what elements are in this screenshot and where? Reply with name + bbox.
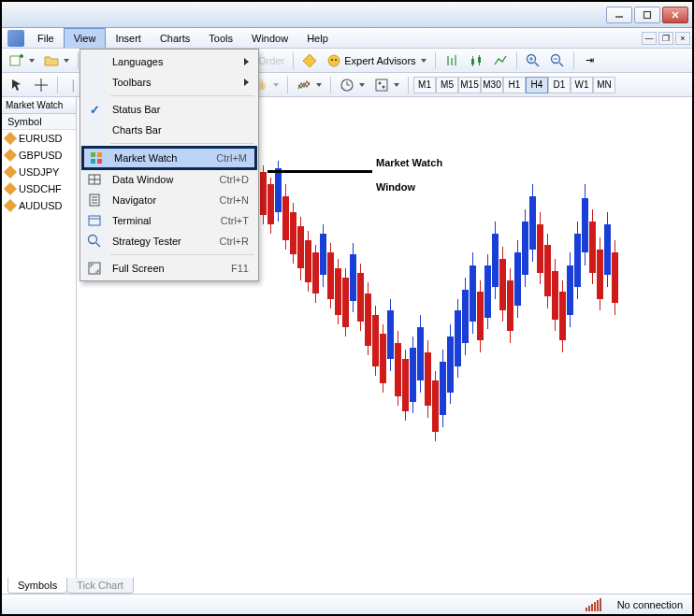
cursor-icon <box>9 78 24 93</box>
shortcut-label: Ctrl+R <box>220 236 249 247</box>
zoom-out-button[interactable] <box>546 51 569 70</box>
mdi-restore-button[interactable]: ❐ <box>658 32 673 45</box>
menu-item-label: Charts Bar <box>112 124 162 136</box>
menu-item-label: Strategy Tester <box>112 236 181 247</box>
zoom-out-icon <box>550 53 565 68</box>
connection-icon <box>586 598 608 611</box>
maximize-button[interactable] <box>634 7 660 23</box>
menu-charts[interactable]: Charts <box>151 28 199 48</box>
svg-rect-34 <box>91 159 95 164</box>
market-watch-row[interactable]: EURUSD <box>2 130 76 147</box>
svg-point-9 <box>335 59 337 61</box>
submenu-arrow-icon <box>244 79 249 86</box>
timeframe-h1[interactable]: H1 <box>503 77 526 93</box>
meta-editor-button[interactable] <box>298 51 321 70</box>
menu-item-charts-bar[interactable]: Charts Bar <box>82 120 256 140</box>
folder-icon <box>44 53 59 68</box>
menu-item-label: Languages <box>112 56 163 67</box>
svg-line-46 <box>96 243 100 247</box>
minimize-button[interactable] <box>606 7 632 23</box>
market-watch-row[interactable]: GBPUSD <box>2 147 76 164</box>
status-bar: No connection <box>2 594 692 614</box>
chart-type-candle[interactable] <box>465 51 487 70</box>
close-button[interactable] <box>662 7 688 23</box>
menu-item-languages[interactable]: Languages <box>82 51 256 72</box>
tab-symbols[interactable]: Symbols <box>7 578 67 594</box>
timeframe-d1[interactable]: D1 <box>548 77 571 93</box>
shortcut-label: Ctrl+T <box>221 215 249 226</box>
menu-item-strategy-tester[interactable]: Strategy TesterCtrl+R <box>82 231 256 251</box>
menu-item-terminal[interactable]: TerminalCtrl+T <box>82 210 256 231</box>
menu-bar: FileViewInsertChartsToolsWindowHelp — ❐ … <box>2 28 692 49</box>
menu-window[interactable]: Window <box>242 28 297 48</box>
connection-status: No connection <box>617 599 683 610</box>
crosshair-button[interactable] <box>30 76 52 94</box>
blank-icon <box>87 122 102 137</box>
menu-item-toolbars[interactable]: Toolbars <box>82 72 256 93</box>
menu-item-label: Navigator <box>112 194 156 206</box>
symbol-label: USDJPY <box>19 166 59 178</box>
diamond-icon <box>302 53 317 68</box>
mdi-minimize-button[interactable]: — <box>642 32 657 45</box>
full-screen-icon <box>87 261 102 276</box>
diamond-icon <box>4 132 17 145</box>
timeframe-m15[interactable]: M15 <box>458 77 481 93</box>
shortcut-label: Ctrl+D <box>220 174 249 185</box>
timeframe-w1[interactable]: W1 <box>571 77 593 93</box>
symbol-label: AUDUSD <box>19 200 62 211</box>
chart-type-line[interactable] <box>489 51 512 70</box>
line-chart-icon <box>493 53 508 68</box>
market-watch-row[interactable]: AUDUSD <box>2 197 76 214</box>
zoom-in-button[interactable] <box>522 51 544 70</box>
timeframe-mn[interactable]: MN <box>593 77 615 93</box>
svg-rect-1 <box>644 11 651 18</box>
svg-rect-47 <box>89 263 100 274</box>
menu-separator <box>110 143 254 144</box>
blank-icon <box>87 75 102 90</box>
svg-rect-33 <box>97 152 102 157</box>
market-watch-row[interactable]: USDCHF <box>2 180 76 197</box>
svg-rect-35 <box>97 159 102 164</box>
clock-icon <box>340 78 354 93</box>
checkmark-icon: ✓ <box>87 102 102 117</box>
new-chart-button[interactable] <box>6 51 38 70</box>
svg-point-7 <box>328 55 340 66</box>
candle-chart-icon <box>469 53 484 68</box>
menu-item-navigator[interactable]: NavigatorCtrl+N <box>82 190 256 210</box>
menu-item-full-screen[interactable]: Full ScreenF11 <box>82 258 256 279</box>
menu-help[interactable]: Help <box>297 28 338 48</box>
symbol-label: EURUSD <box>19 133 62 144</box>
expert-advisors-button[interactable]: Expert Advisors <box>323 51 429 70</box>
window-titlebar <box>2 2 692 28</box>
periodicity-button[interactable] <box>336 76 369 94</box>
timeframe-m30[interactable]: M30 <box>481 77 503 93</box>
market-watch-row[interactable]: USDJPY <box>2 164 76 180</box>
menu-file[interactable]: File <box>28 28 64 48</box>
cursor-button[interactable] <box>6 76 28 94</box>
chart-type-bar[interactable] <box>441 51 463 70</box>
timeframe-m5[interactable]: M5 <box>436 77 458 93</box>
expert-advisors-label: Expert Advisors <box>344 55 415 66</box>
symbol-label: GBPUSD <box>19 150 62 161</box>
auto-scroll-button[interactable]: ⇥ <box>579 51 601 70</box>
menu-item-label: Status Bar <box>112 104 160 115</box>
svg-point-45 <box>89 236 97 244</box>
menu-view[interactable]: View <box>64 28 107 48</box>
svg-rect-29 <box>376 79 387 91</box>
shortcut-label: Ctrl+M <box>216 152 247 164</box>
menu-insert[interactable]: Insert <box>106 28 151 48</box>
profiles-button[interactable] <box>40 51 73 70</box>
indicators-button[interactable] <box>293 76 325 94</box>
tab-tick-chart[interactable]: Tick Chart <box>66 578 134 594</box>
svg-line-18 <box>535 63 539 66</box>
mdi-close-button[interactable]: × <box>675 32 690 45</box>
menu-item-data-window[interactable]: Data WindowCtrl+D <box>82 169 256 190</box>
menu-item-market-watch[interactable]: Market WatchCtrl+M <box>81 146 257 170</box>
template-button[interactable] <box>370 76 403 94</box>
timeframe-m1[interactable]: M1 <box>413 77 436 93</box>
timeframe-h4[interactable]: H4 <box>526 77 548 93</box>
menu-tools[interactable]: Tools <box>199 28 242 48</box>
svg-rect-43 <box>89 216 100 225</box>
menu-item-status-bar[interactable]: ✓Status Bar <box>82 99 256 120</box>
template-icon <box>374 78 389 93</box>
